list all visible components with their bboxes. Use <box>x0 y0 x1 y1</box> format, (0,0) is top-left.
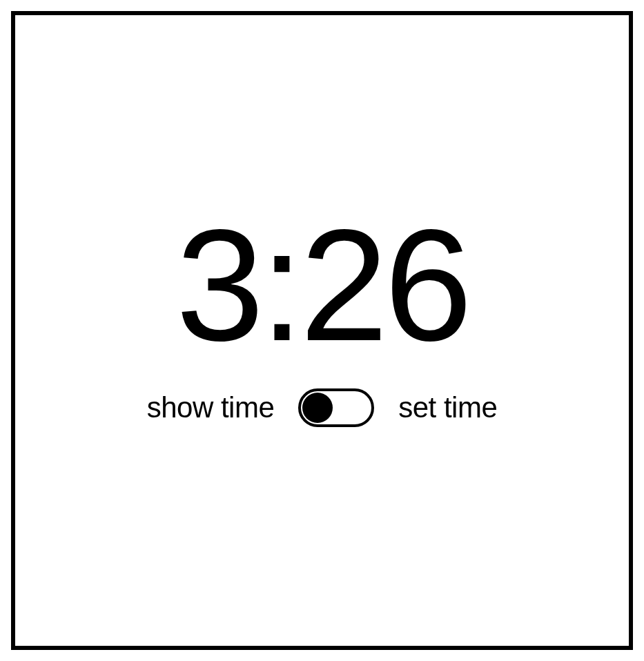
content-container: 3:26 show time set time <box>147 206 498 427</box>
toggle-label-left: show time <box>147 391 275 424</box>
time-display: 3:26 <box>176 206 469 365</box>
toggle-knob <box>302 393 333 423</box>
app-frame: 3:26 show time set time <box>11 11 633 650</box>
toggle-row: show time set time <box>147 388 498 427</box>
mode-toggle[interactable] <box>298 388 374 427</box>
toggle-label-right: set time <box>398 391 497 424</box>
